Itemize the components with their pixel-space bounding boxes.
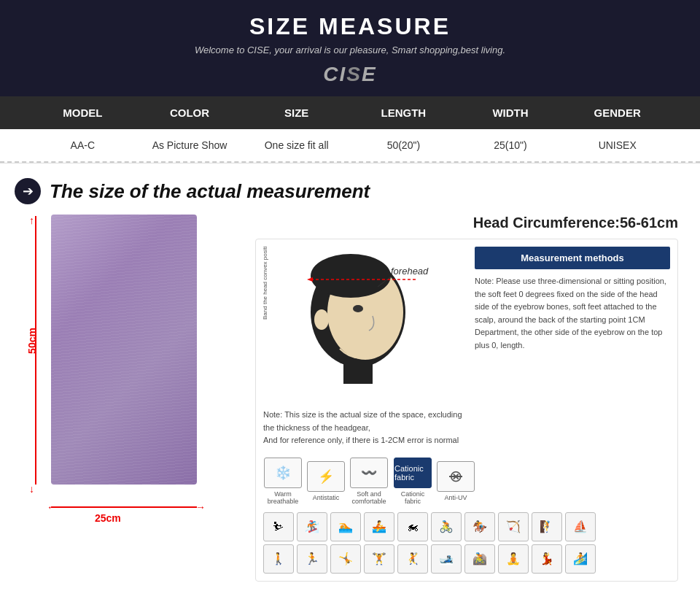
diagram-area: forehead Band the head convex position N… — [255, 239, 678, 582]
activity-climb: 🧗 — [532, 512, 562, 541]
activity-gym: 🤸 — [330, 544, 361, 574]
h-arrow-left: ← — [47, 501, 57, 513]
head-circumference: Head Circumference:56-61cm — [255, 215, 678, 231]
features-row: ❄️ Warm breathable ⚡ Antistatic 〰️ Soft … — [263, 458, 670, 505]
measurement-section: ➔ The size of the actual measurement ↑ ↓… — [0, 163, 700, 582]
data-model: AA-C — [29, 139, 136, 151]
activity-lift: 🏋 — [364, 544, 394, 574]
product-diagram: ↑ ↓ 50cm ← → 25cm — [15, 215, 233, 528]
head-profile-svg: forehead Band the head convex position — [263, 247, 460, 400]
feature-soft: 〰️ Soft and comfortable — [349, 458, 389, 505]
svg-rect-1 — [343, 362, 373, 384]
section-title-row: ➔ The size of the actual measurement — [15, 178, 685, 204]
measurement-box: Measurement methods Note: Please use thr… — [475, 247, 670, 447]
methods-note: Note: Please use three-dimensional or si… — [475, 275, 670, 352]
h-arrow-right: → — [195, 501, 206, 513]
head-svg-area: forehead Band the head convex position N… — [263, 247, 467, 447]
feature-uv: ⊗ Anti-UV — [437, 461, 475, 501]
svg-marker-7 — [307, 277, 313, 282]
activity-snowboard: 🏂 — [297, 512, 327, 541]
head-diagram: forehead Band the head convex position N… — [263, 247, 670, 447]
data-gender: UNISEX — [564, 139, 671, 151]
feature-warm: ❄️ Warm breathable — [263, 458, 303, 505]
methods-header: Measurement methods — [475, 247, 670, 269]
feature-antistatic: ⚡ Antistatic — [307, 461, 345, 501]
activities-row-2: 🚶 🏃 🤸 🏋 🤾 🎿 🚵 🧘 💃 🏄 — [263, 544, 670, 574]
h-measurement-line — [51, 506, 197, 508]
data-size: One size fit all — [243, 139, 350, 151]
activity-walk: 🚶 — [263, 544, 294, 574]
cationic-icon: Cationic fabric — [394, 458, 432, 488]
col-width: WIDTH — [457, 107, 564, 119]
uv-icon: ⊗ — [437, 461, 475, 492]
antistatic-label: Antistatic — [313, 494, 340, 501]
svg-point-5 — [353, 305, 363, 312]
warm-label: Warm breathable — [263, 490, 303, 505]
v-arrow-top: ↑ — [29, 215, 34, 226]
activity-cycle: 🚴 — [431, 512, 462, 541]
header-subtitle: Welcome to CISE, your arrival is our ple… — [15, 45, 685, 55]
content-area: ↑ ↓ 50cm ← → 25cm Head Circumference:56-… — [15, 215, 685, 582]
cationic-label: Cationic fabric — [393, 490, 432, 505]
activity-swim: 🏊 — [330, 512, 361, 541]
warm-icon: ❄️ — [264, 458, 302, 488]
activity-ski2: 🎿 — [431, 544, 462, 574]
activity-surf: 🏄 — [565, 544, 596, 574]
svg-text:forehead: forehead — [391, 266, 429, 277]
data-color: As Picture Show — [136, 139, 244, 151]
v-label: 50cm — [26, 328, 38, 354]
table-header-row: MODEL COLOR SIZE LENGTH WIDTH GENDER — [0, 96, 700, 129]
data-width: 25(10") — [457, 139, 564, 151]
v-arrow-bottom: ↓ — [29, 483, 34, 495]
table-data-row: AA-C As Picture Show One size fit all 50… — [0, 129, 700, 163]
activity-run: 🏃 — [297, 544, 327, 574]
svg-point-4 — [314, 309, 329, 330]
activity-mtb: 🚵 — [464, 544, 495, 574]
h-label: 25cm — [95, 512, 121, 524]
activity-yoga: 🧘 — [498, 544, 529, 574]
activity-archery: 🏹 — [498, 512, 529, 541]
data-length: 50(20") — [350, 139, 457, 151]
arrow-icon: ➔ — [15, 178, 41, 204]
col-color: COLOR — [136, 107, 244, 119]
col-model: MODEL — [29, 107, 136, 119]
antistatic-icon: ⚡ — [307, 461, 345, 492]
brand-logo: CISE — [15, 63, 685, 86]
activity-boat: ⛵ — [565, 512, 596, 541]
col-size: SIZE — [243, 107, 350, 119]
col-length: LENGTH — [350, 107, 457, 119]
info-panel: Head Circumference:56-61cm — [248, 215, 685, 582]
activity-ski: ⛷ — [263, 512, 294, 541]
activity-row: 🚣 — [364, 512, 394, 541]
activity-horse: 🏇 — [464, 512, 495, 541]
svg-point-3 — [311, 254, 391, 298]
col-gender: GENDER — [564, 107, 671, 119]
svg-text:Band the head convex position: Band the head convex position — [263, 247, 268, 320]
header-section: SIZE MEASURE Welcome to CISE, your arriv… — [0, 0, 700, 96]
activities-row-1: ⛷ 🏂 🏊 🚣 🏍 🚴 🏇 🏹 🧗 ⛵ — [263, 512, 670, 541]
feature-cationic: Cationic fabric Cationic fabric — [393, 458, 432, 505]
activity-ball: 🤾 — [397, 544, 428, 574]
section-title: The size of the actual measurement — [50, 180, 370, 203]
product-image — [51, 215, 197, 485]
activity-moto: 🏍 — [397, 512, 428, 541]
page-title: SIZE MEASURE — [15, 13, 685, 40]
specs-table: MODEL COLOR SIZE LENGTH WIDTH GENDER AA-… — [0, 96, 700, 163]
note-text: Note: This size is the actual size of th… — [263, 409, 467, 447]
soft-label: Soft and comfortable — [349, 490, 389, 505]
uv-label: Anti-UV — [444, 494, 467, 501]
activity-dance: 💃 — [532, 544, 562, 574]
soft-icon: 〰️ — [350, 458, 388, 488]
